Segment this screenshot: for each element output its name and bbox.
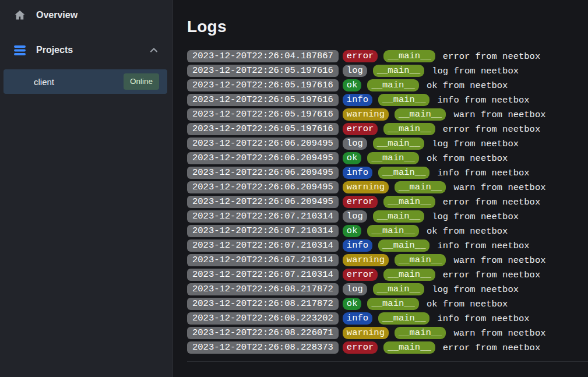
log-row: 2023-12-20T22:26:08.226071 warning __mai… [187,327,588,339]
home-icon [14,9,26,21]
log-module-badge: __main__ [383,123,435,135]
log-timestamp: 2023-12-20T22:26:07.210314 [187,254,339,266]
log-module-badge: __main__ [367,152,418,164]
menu-icon [14,44,26,56]
log-timestamp: 2023-12-20T22:26:08.217872 [187,283,339,295]
page-title: Logs [187,17,588,36]
log-message: log from neetbox [432,139,519,149]
sidebar-item-label: Projects [36,45,73,55]
log-row: 2023-12-20T22:26:06.209495 log __main__ … [187,138,588,150]
log-message: ok from neetbox [427,153,508,164]
log-row: 2023-12-20T22:26:07.210314 log __main__ … [187,210,588,223]
log-message: error from neetbox [443,343,540,353]
bottom-divider [187,361,588,362]
log-row: 2023-12-20T22:26:05.197616 ok __main__ o… [187,79,588,91]
log-level-badge: ok [343,152,362,164]
log-module-badge: __main__ [373,138,424,150]
log-module-badge: __main__ [378,239,429,252]
log-row: 2023-12-20T22:26:08.217872 ok __main__ o… [187,298,588,310]
log-message: log from neetbox [432,212,519,222]
log-message: error from neetbox [443,197,540,207]
log-level-badge: ok [343,298,362,310]
log-module-badge: __main__ [383,341,435,354]
log-level-badge: ok [343,79,362,91]
log-row: 2023-12-20T22:26:08.217872 log __main__ … [187,283,588,295]
sidebar-item-label: Overview [36,10,78,20]
log-row: 2023-12-20T22:26:07.210314 warning __mai… [187,254,588,266]
log-level-badge: log [343,210,367,223]
log-timestamp: 2023-12-20T22:26:05.197616 [187,108,339,121]
log-message: error from neetbox [443,270,540,280]
log-row: 2023-12-20T22:26:07.210314 error __main_… [187,269,588,281]
log-module-badge: __main__ [395,327,446,339]
log-module-badge: __main__ [373,65,424,77]
log-module-badge: __main__ [367,298,418,310]
status-badge: Online [124,73,159,90]
log-timestamp: 2023-12-20T22:26:08.226071 [187,327,339,339]
log-module-badge: __main__ [367,225,418,237]
sidebar-item-overview[interactable]: Overview [0,5,172,26]
log-level-badge: info [343,94,372,106]
log-level-badge: error [343,269,378,281]
log-message: ok from neetbox [427,226,508,237]
sidebar-item-projects[interactable]: Projects [0,40,172,61]
log-message: log from neetbox [432,66,519,76]
log-level-badge: log [343,283,367,295]
log-message: log from neetbox [432,284,519,295]
log-timestamp: 2023-12-20T22:26:06.209495 [187,196,339,208]
project-name: client [34,77,54,87]
log-level-badge: warning [343,327,389,339]
log-row: 2023-12-20T22:26:04.187867 error __main_… [187,50,588,62]
log-level-badge: error [343,123,378,135]
log-timestamp: 2023-12-20T22:26:08.228373 [187,341,339,354]
log-row: 2023-12-20T22:26:06.209495 ok __main__ o… [187,152,588,164]
log-level-badge: log [343,138,367,150]
log-level-badge: ok [343,225,362,237]
chevron-up-icon[interactable] [149,45,159,55]
log-level-badge: error [343,50,378,62]
log-row: 2023-12-20T22:26:06.209495 info __main__… [187,167,588,179]
log-level-badge: info [343,312,372,325]
sidebar: Overview Projects client Online [0,0,173,377]
log-list: 2023-12-20T22:26:04.187867 error __main_… [187,50,588,354]
log-module-badge: __main__ [373,283,424,295]
sidebar-item-client[interactable]: client Online [3,69,167,94]
log-message: info from neetbox [437,313,529,324]
log-timestamp: 2023-12-20T22:26:08.223202 [187,312,339,325]
log-timestamp: 2023-12-20T22:26:06.209495 [187,181,339,193]
log-timestamp: 2023-12-20T22:26:07.210314 [187,239,339,252]
log-timestamp: 2023-12-20T22:26:05.197616 [187,79,339,91]
log-timestamp: 2023-12-20T22:26:05.197616 [187,94,339,106]
log-row: 2023-12-20T22:26:07.210314 info __main__… [187,239,588,252]
log-row: 2023-12-20T22:26:05.197616 log __main__ … [187,65,588,77]
log-timestamp: 2023-12-20T22:26:07.210314 [187,225,339,237]
log-level-badge: info [343,239,372,252]
log-module-badge: __main__ [395,108,446,121]
log-row: 2023-12-20T22:26:05.197616 warning __mai… [187,108,588,121]
log-message: info from neetbox [437,168,529,178]
log-level-badge: warning [343,108,389,121]
log-message: warn from neetbox [453,110,545,120]
log-module-badge: __main__ [367,79,418,91]
log-message: error from neetbox [443,51,540,62]
log-message: info from neetbox [437,95,529,105]
log-module-badge: __main__ [373,210,424,223]
log-level-badge: warning [343,181,389,193]
log-level-badge: log [343,65,367,77]
log-message: error from neetbox [443,124,540,135]
log-timestamp: 2023-12-20T22:26:06.209495 [187,138,339,150]
log-timestamp: 2023-12-20T22:26:07.210314 [187,210,339,223]
log-timestamp: 2023-12-20T22:26:07.210314 [187,269,339,281]
log-message: ok from neetbox [427,80,508,91]
log-timestamp: 2023-12-20T22:26:04.187867 [187,50,339,62]
log-level-badge: error [343,341,378,354]
log-row: 2023-12-20T22:26:08.228373 error __main_… [187,341,588,354]
log-timestamp: 2023-12-20T22:26:06.209495 [187,167,339,179]
log-level-badge: warning [343,254,389,266]
log-level-badge: error [343,196,378,208]
log-message: info from neetbox [437,241,529,251]
log-module-badge: __main__ [378,312,429,325]
log-timestamp: 2023-12-20T22:26:08.217872 [187,298,339,310]
logs-panel: Logs 2023-12-20T22:26:04.187867 error __… [173,0,588,377]
log-module-badge: __main__ [378,167,429,179]
